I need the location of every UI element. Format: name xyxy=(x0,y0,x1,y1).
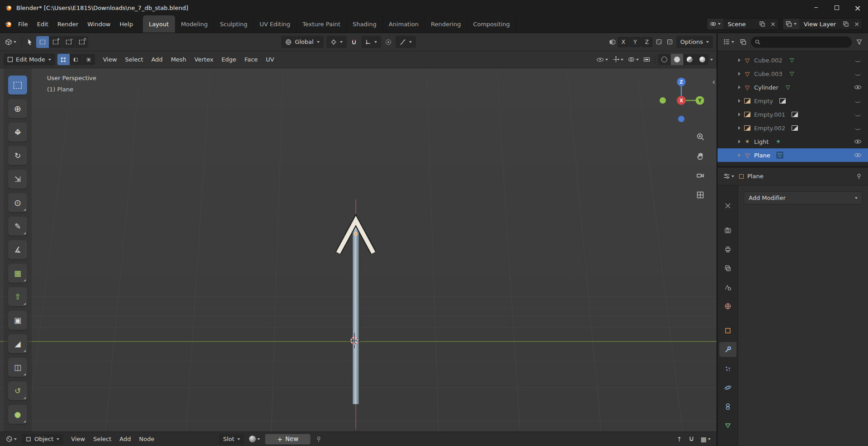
tool-button[interactable] xyxy=(8,311,27,330)
properties-tab-world[interactable] xyxy=(719,299,736,313)
object-data-icon[interactable] xyxy=(788,70,796,77)
disclosure-triangle-icon[interactable] xyxy=(738,85,741,89)
snap-with-dropdown[interactable] xyxy=(361,36,381,48)
tool-button[interactable] xyxy=(8,217,27,236)
options-extra-icon[interactable] xyxy=(665,36,674,48)
select-mode-new-button[interactable] xyxy=(36,36,49,48)
add-modifier-dropdown[interactable]: Add Modifier xyxy=(744,191,863,204)
3d-viewport-canvas[interactable]: User Perspective (1) Plane Z Y X xyxy=(0,68,717,432)
viewport-menu-item[interactable]: Mesh xyxy=(167,56,190,63)
disclosure-triangle-icon[interactable] xyxy=(738,113,741,116)
object-name[interactable]: Cylinder xyxy=(754,84,778,91)
viewport-menu-item[interactable]: Vertex xyxy=(190,56,217,63)
material-browse-button[interactable] xyxy=(248,433,261,445)
workspace-tab[interactable]: Modeling xyxy=(175,15,214,33)
show-hide-dropdown[interactable] xyxy=(595,53,609,66)
options-extra-icon[interactable] xyxy=(655,36,663,48)
shader-menu-item[interactable]: Select xyxy=(89,436,115,442)
tool-button[interactable] xyxy=(8,381,27,400)
outliner-search[interactable] xyxy=(751,37,852,47)
wireframe-shading-button[interactable] xyxy=(658,54,670,65)
object-name[interactable]: Cube.002 xyxy=(754,57,783,64)
tool-button[interactable] xyxy=(8,264,27,283)
tool-button[interactable] xyxy=(8,170,27,189)
viewport-menu-item[interactable]: View xyxy=(99,56,121,63)
viewport-menu-item[interactable]: UV xyxy=(262,56,278,63)
copy-icon[interactable] xyxy=(840,19,851,29)
mirror-axis-button[interactable]: Y xyxy=(630,37,641,47)
properties-tab-output[interactable] xyxy=(719,242,736,256)
close-icon[interactable] xyxy=(768,19,778,29)
overlays-dropdown[interactable] xyxy=(627,53,640,66)
disclosure-triangle-icon[interactable] xyxy=(738,126,741,130)
proportional-falloff-dropdown[interactable] xyxy=(396,36,416,48)
disclosure-triangle-icon[interactable] xyxy=(738,153,741,157)
tool-button[interactable] xyxy=(8,76,27,95)
scene-selector[interactable]: Scene xyxy=(707,18,779,30)
orientation-dropdown[interactable]: Global xyxy=(281,36,323,48)
overlays-grid-dropdown[interactable] xyxy=(699,433,712,445)
menubar-item[interactable]: File xyxy=(14,21,33,28)
editor-type-button[interactable] xyxy=(4,36,18,48)
outliner-row[interactable]: Plane xyxy=(717,148,868,162)
object-data-icon[interactable] xyxy=(788,57,796,64)
workspace-tab[interactable]: Shading xyxy=(347,15,383,33)
tool-button[interactable] xyxy=(8,146,27,165)
visibility-eye-icon[interactable] xyxy=(854,152,862,159)
menubar-item[interactable]: Window xyxy=(83,21,115,28)
tool-button[interactable] xyxy=(8,334,27,353)
snap-toggle-button[interactable] xyxy=(349,36,359,48)
pin-icon[interactable] xyxy=(314,433,323,445)
search-input[interactable] xyxy=(763,39,848,45)
sidebar-collapse-icon[interactable]: ‹ xyxy=(712,77,715,86)
new-material-button[interactable]: New xyxy=(265,434,311,445)
object-data-icon[interactable] xyxy=(791,111,798,118)
object-name[interactable]: Light xyxy=(754,138,769,145)
disclosure-triangle-icon[interactable] xyxy=(738,140,741,143)
object-name[interactable]: Plane xyxy=(754,152,770,159)
scene-browse-button[interactable] xyxy=(707,19,723,29)
outliner-row[interactable]: Light xyxy=(717,135,868,148)
filter-icon[interactable] xyxy=(855,36,863,48)
minimize-button[interactable] xyxy=(806,0,826,15)
object-name[interactable]: Cube.003 xyxy=(754,71,783,77)
visibility-eye-icon[interactable] xyxy=(854,97,862,104)
app-menu-icon[interactable] xyxy=(4,19,13,28)
disclosure-triangle-icon[interactable] xyxy=(738,72,741,76)
shader-type-dropdown[interactable]: Object xyxy=(22,434,63,445)
tool-button[interactable] xyxy=(8,287,27,306)
solid-shading-button[interactable] xyxy=(671,54,683,65)
outliner-row[interactable]: Empty.001 xyxy=(717,108,868,121)
pin-icon[interactable] xyxy=(854,170,863,182)
display-mode-button[interactable] xyxy=(739,36,748,48)
tool-button[interactable] xyxy=(8,405,27,424)
menubar-item[interactable]: Render xyxy=(53,21,83,28)
slot-dropdown[interactable]: Slot xyxy=(219,434,244,445)
options-dropdown[interactable]: Options xyxy=(676,36,713,48)
properties-tab-object[interactable] xyxy=(719,323,736,338)
menubar-item[interactable]: Help xyxy=(115,21,138,28)
pan-hand-icon[interactable] xyxy=(693,149,707,163)
tool-button[interactable] xyxy=(8,358,27,377)
visibility-eye-icon[interactable] xyxy=(854,84,862,91)
workspace-tab[interactable]: Rendering xyxy=(425,15,467,33)
properties-tab-tool[interactable] xyxy=(719,198,736,213)
select-mode-extend-button[interactable] xyxy=(49,36,62,48)
maximize-button[interactable] xyxy=(826,0,847,15)
shading-options-chevron-icon[interactable] xyxy=(710,59,713,61)
workspace-tab[interactable]: Sculpting xyxy=(214,15,254,33)
properties-tab-scene[interactable] xyxy=(719,280,736,294)
shader-menu-item[interactable]: Add xyxy=(115,436,135,442)
material-preview-shading-button[interactable] xyxy=(684,54,696,65)
camera-view-icon[interactable] xyxy=(693,169,707,182)
snap-magnet-icon[interactable] xyxy=(687,433,696,445)
close-icon[interactable] xyxy=(851,19,862,29)
zoom-icon[interactable] xyxy=(693,130,707,143)
visibility-eye-icon[interactable] xyxy=(854,70,862,77)
outliner-editor-type-button[interactable] xyxy=(722,36,736,48)
outliner-row[interactable]: Cube.003 xyxy=(717,67,868,81)
visibility-eye-icon[interactable] xyxy=(854,138,862,145)
edge-select-mode-button[interactable] xyxy=(70,54,82,65)
select-mode-intersect-button[interactable] xyxy=(75,36,88,48)
outliner-row[interactable]: Empty xyxy=(717,94,868,108)
